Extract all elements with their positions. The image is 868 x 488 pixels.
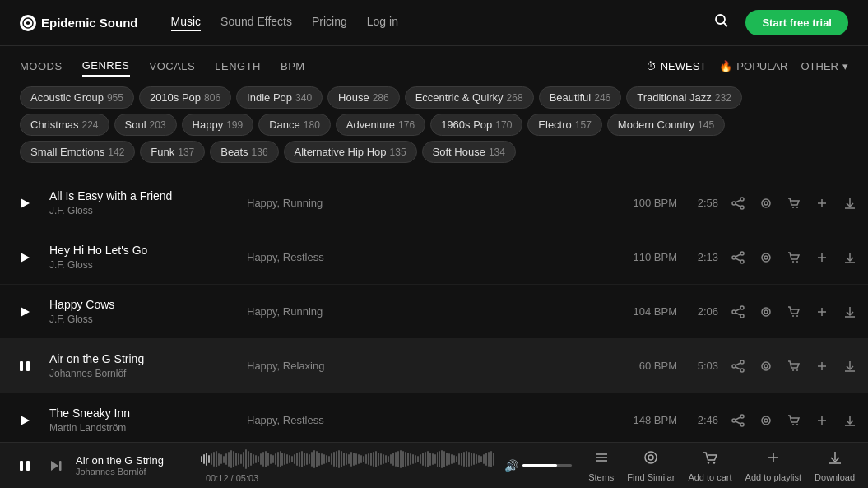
share-icon[interactable] xyxy=(726,246,750,269)
cart-icon[interactable] xyxy=(782,300,805,323)
volume-fill xyxy=(522,464,557,467)
genre-tag[interactable]: Soul203 xyxy=(114,114,177,136)
cart-icon[interactable] xyxy=(782,409,805,432)
track-row[interactable]: All Is Easy with a Friend J.F. Gloss Hap… xyxy=(0,176,868,230)
track-row[interactable]: Air on the G String Johannes Bornlöf Hap… xyxy=(0,339,868,393)
np-waveform-bars[interactable] xyxy=(201,448,494,471)
sort-newest[interactable]: ⏱ NEWEST xyxy=(646,60,707,72)
np-volume-control[interactable]: 🔊 xyxy=(504,459,572,472)
track-play-button[interactable] xyxy=(0,285,49,339)
genre-tag[interactable]: Dance180 xyxy=(258,114,331,136)
add-playlist-icon[interactable] xyxy=(810,192,833,215)
track-play-button[interactable] xyxy=(0,393,49,448)
sort-popular[interactable]: 🔥 POPULAR xyxy=(719,60,787,72)
download-icon[interactable] xyxy=(838,409,861,432)
genre-tag[interactable]: Alternative Hip Hop135 xyxy=(284,141,417,163)
np-action-download[interactable]: Download xyxy=(815,449,855,482)
similar-icon[interactable] xyxy=(754,246,777,269)
waveform-bar xyxy=(304,453,305,466)
genre-tag[interactable]: Soft House134 xyxy=(422,141,516,163)
search-icon[interactable] xyxy=(714,13,729,32)
track-info: Happy Cows J.F. Gloss xyxy=(49,298,247,325)
similar-icon[interactable] xyxy=(754,192,777,215)
share-icon[interactable] xyxy=(726,192,750,215)
track-play-button[interactable] xyxy=(0,339,49,393)
genre-tag[interactable]: 1960s Pop170 xyxy=(430,114,522,136)
genre-tag[interactable]: Indie Pop340 xyxy=(236,86,323,109)
genre-tag[interactable]: Christmas224 xyxy=(20,114,109,136)
nav-pricing[interactable]: Pricing xyxy=(312,15,347,31)
waveform-bar xyxy=(443,451,445,467)
nav-music[interactable]: Music xyxy=(171,15,202,31)
genre-tag[interactable]: House286 xyxy=(327,86,400,109)
add-playlist-icon[interactable] xyxy=(810,355,833,378)
similar-icon[interactable] xyxy=(754,409,777,432)
genre-tag[interactable]: Beats136 xyxy=(210,141,278,163)
svg-marker-76 xyxy=(51,461,58,471)
tab-length[interactable]: LENGTH xyxy=(215,57,261,76)
np-action-add-to-playlist[interactable]: Add to playlist xyxy=(745,449,801,482)
track-row[interactable]: Happy Cows J.F. Gloss Happy, Running 104… xyxy=(0,285,868,339)
cart-icon[interactable] xyxy=(782,355,805,378)
download-icon[interactable] xyxy=(838,300,861,323)
similar-icon[interactable] xyxy=(754,300,777,323)
waveform-bar xyxy=(370,453,372,466)
track-actions xyxy=(726,300,861,323)
genre-tag[interactable]: Adventure176 xyxy=(336,114,425,136)
nav-login[interactable]: Log in xyxy=(367,15,398,31)
share-icon[interactable] xyxy=(726,355,750,378)
cart-icon[interactable] xyxy=(782,192,805,215)
genre-tag[interactable]: 2010s Pop806 xyxy=(139,86,231,109)
genre-tag[interactable]: Beautiful246 xyxy=(539,86,622,109)
add-playlist-icon[interactable] xyxy=(810,246,833,269)
add-playlist-icon[interactable] xyxy=(810,300,833,323)
similar-icon[interactable] xyxy=(754,355,777,378)
sort-bar: ⏱ NEWEST 🔥 POPULAR OTHER ▾ xyxy=(646,60,848,72)
track-row[interactable]: Hey Hi Ho Let's Go J.F. Gloss Happy, Res… xyxy=(0,230,868,285)
np-next-button[interactable] xyxy=(46,456,66,476)
download-icon[interactable] xyxy=(838,192,861,215)
genre-tag[interactable]: Small Emotions142 xyxy=(20,141,135,163)
download-icon[interactable] xyxy=(838,355,861,378)
share-icon[interactable] xyxy=(726,409,750,432)
download-icon[interactable] xyxy=(838,246,861,269)
np-action-stems[interactable]: Stems xyxy=(588,449,614,482)
genre-tag[interactable]: Eccentric & Quirky268 xyxy=(405,86,534,109)
genre-tag[interactable]: Funk137 xyxy=(140,141,205,163)
svg-point-47 xyxy=(740,360,744,364)
genre-tag[interactable]: Modern Country145 xyxy=(607,114,725,136)
track-play-button[interactable] xyxy=(0,230,49,285)
add-playlist-icon[interactable] xyxy=(810,409,833,432)
np-action-add-to-cart[interactable]: Add to cart xyxy=(688,449,731,482)
np-action-find-similar[interactable]: Find Similar xyxy=(627,449,675,482)
cart-icon[interactable] xyxy=(782,246,805,269)
start-trial-button[interactable]: Start free trial xyxy=(745,10,848,35)
genre-tag[interactable]: Traditional Jazz232 xyxy=(626,86,742,109)
share-icon[interactable] xyxy=(726,300,750,323)
nav-sound-effects[interactable]: Sound Effects xyxy=(220,15,292,31)
tab-genres[interactable]: GENRES xyxy=(82,56,130,77)
track-artist: J.F. Gloss xyxy=(49,314,247,325)
genre-tag[interactable]: Happy199 xyxy=(182,114,254,136)
tab-vocals[interactable]: VOCALS xyxy=(150,57,196,76)
np-waveform[interactable]: 00:12 / 05:03 xyxy=(201,448,494,483)
tab-moods[interactable]: MOODS xyxy=(20,57,63,76)
svg-line-22 xyxy=(736,258,740,261)
svg-point-52 xyxy=(762,362,770,370)
waveform-bar xyxy=(490,451,492,467)
tab-bpm[interactable]: BPM xyxy=(281,57,305,76)
svg-marker-3 xyxy=(21,198,30,208)
genre-tag[interactable]: Electro157 xyxy=(527,114,602,136)
genre-tag[interactable]: Acoustic Group955 xyxy=(20,86,134,109)
np-pause-button[interactable] xyxy=(13,454,36,477)
sort-other[interactable]: OTHER ▾ xyxy=(801,60,849,72)
logo[interactable]: Epidemic Sound xyxy=(20,15,138,31)
np-action-icon xyxy=(702,449,718,470)
track-row[interactable]: The Sneaky Inn Martin Landström Happy, R… xyxy=(0,393,868,448)
svg-point-37 xyxy=(762,308,770,316)
waveform-bar xyxy=(397,451,399,467)
track-play-button[interactable] xyxy=(0,176,49,230)
volume-bar[interactable] xyxy=(522,464,572,467)
waveform-bar xyxy=(296,453,298,466)
svg-point-53 xyxy=(764,365,768,368)
